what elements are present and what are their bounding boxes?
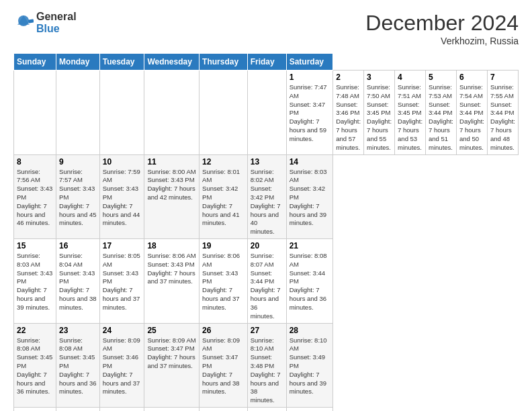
logo-blue: Blue — [36, 23, 77, 35]
day-number: 24 — [103, 326, 142, 335]
day-info: Sunrise: 8:03 AMSunset: 3:43 PMDaylight:… — [17, 252, 53, 312]
calendar-cell: 22Sunrise: 8:08 AMSunset: 3:45 PMDayligh… — [14, 323, 56, 408]
day-number: 27 — [251, 326, 283, 335]
calendar-body: 1Sunrise: 7:47 AMSunset: 3:47 PMDaylight… — [14, 71, 519, 412]
calendar-cell: 16Sunrise: 8:04 AMSunset: 3:43 PMDayligh… — [56, 239, 100, 324]
day-number: 3 — [367, 73, 392, 82]
calendar-cell — [200, 408, 248, 412]
day-number: 12 — [202, 157, 245, 167]
day-number: 15 — [17, 241, 53, 250]
day-info: Sunrise: 7:53 AMSunset: 3:44 PMDaylight:… — [429, 83, 453, 152]
calendar-cell — [99, 71, 144, 155]
day-info: Sunrise: 8:10 AMSunset: 3:48 PMDaylight:… — [251, 336, 283, 406]
calendar-cell: 8Sunrise: 7:56 AMSunset: 3:43 PMDaylight… — [14, 154, 56, 239]
day-info: Sunrise: 7:50 AMSunset: 3:45 PMDaylight:… — [367, 83, 392, 152]
calendar-cell: 26Sunrise: 8:09 AMSunset: 3:47 PMDayligh… — [200, 323, 248, 408]
logo: General Blue — [13, 11, 77, 34]
day-of-week-header: Tuesday — [99, 54, 144, 71]
day-number: 1 — [290, 73, 330, 82]
day-number: 16 — [59, 241, 97, 250]
calendar-cell: 13Sunrise: 8:02 AMSunset: 3:42 PMDayligh… — [247, 154, 286, 239]
calendar-cell: 28Sunrise: 8:10 AMSunset: 3:49 PMDayligh… — [286, 323, 333, 408]
month-title: December 2024 — [365, 11, 519, 36]
calendar-cell: 12Sunrise: 8:01 AMSunset: 3:42 PMDayligh… — [200, 154, 248, 239]
logo-general: General — [36, 11, 77, 23]
calendar-table: SundayMondayTuesdayWednesdayThursdayFrid… — [13, 53, 519, 411]
calendar-week-row: 22Sunrise: 8:08 AMSunset: 3:45 PMDayligh… — [14, 323, 519, 408]
day-number: 18 — [147, 241, 196, 250]
day-number: 9 — [59, 157, 97, 167]
day-info: Sunrise: 8:09 AMSunset: 3:46 PMDaylight:… — [103, 336, 142, 397]
day-info: Sunrise: 7:59 AMSunset: 3:43 PMDaylight:… — [103, 168, 142, 228]
calendar-cell: 25Sunrise: 8:09 AMSunset: 3:47 PMDayligh… — [144, 323, 200, 408]
day-info: Sunrise: 7:47 AMSunset: 3:47 PMDaylight:… — [290, 83, 330, 144]
calendar-cell: 24Sunrise: 8:09 AMSunset: 3:46 PMDayligh… — [99, 323, 144, 408]
day-number: 6 — [459, 73, 484, 82]
day-info: Sunrise: 8:09 AMSunset: 3:47 PMDaylight:… — [202, 336, 245, 397]
day-number: 26 — [202, 326, 245, 335]
day-number: 7 — [490, 73, 515, 82]
day-number: 2 — [336, 73, 361, 82]
calendar-cell: 3Sunrise: 7:50 AMSunset: 3:45 PMDaylight… — [364, 71, 395, 155]
calendar-cell: 17Sunrise: 8:05 AMSunset: 3:43 PMDayligh… — [99, 239, 144, 324]
calendar-cell: 6Sunrise: 7:54 AMSunset: 3:44 PMDaylight… — [457, 71, 488, 155]
day-info: Sunrise: 8:10 AMSunset: 3:49 PMDaylight:… — [290, 336, 330, 397]
day-number: 19 — [202, 241, 245, 250]
calendar-cell: 11Sunrise: 8:00 AMSunset: 3:43 PMDayligh… — [144, 154, 200, 239]
calendar-week-row: 8Sunrise: 7:56 AMSunset: 3:43 PMDaylight… — [14, 154, 519, 239]
day-info: Sunrise: 8:06 AMSunset: 3:43 PMDaylight:… — [147, 252, 196, 286]
day-of-week-header: Wednesday — [144, 54, 200, 71]
day-info: Sunrise: 7:55 AMSunset: 3:44 PMDaylight:… — [490, 83, 515, 152]
calendar-week-row: 1Sunrise: 7:47 AMSunset: 3:47 PMDaylight… — [14, 71, 519, 155]
calendar-cell — [200, 71, 248, 155]
day-of-week-header: Sunday — [14, 54, 56, 71]
day-info: Sunrise: 8:09 AMSunset: 3:47 PMDaylight:… — [147, 336, 196, 371]
day-number: 5 — [429, 73, 453, 82]
calendar-cell: 14Sunrise: 8:03 AMSunset: 3:42 PMDayligh… — [286, 154, 333, 239]
day-number: 22 — [17, 326, 53, 335]
day-number: 28 — [290, 326, 330, 335]
location: Verkhozim, Russia — [365, 36, 519, 46]
day-of-week-header: Thursday — [200, 54, 248, 71]
svg-rect-2 — [28, 19, 34, 23]
day-number: 25 — [147, 326, 196, 335]
day-info: Sunrise: 7:54 AMSunset: 3:44 PMDaylight:… — [459, 83, 484, 152]
calendar-header-row: SundayMondayTuesdayWednesdayThursdayFrid… — [14, 54, 519, 71]
day-number: 17 — [103, 241, 142, 250]
day-info: Sunrise: 7:56 AMSunset: 3:43 PMDaylight:… — [17, 168, 53, 228]
calendar-cell: 23Sunrise: 8:08 AMSunset: 3:45 PMDayligh… — [56, 323, 100, 408]
logo-icon — [13, 13, 34, 33]
day-info: Sunrise: 8:03 AMSunset: 3:42 PMDaylight:… — [290, 168, 330, 228]
calendar-cell: 7Sunrise: 7:55 AMSunset: 3:44 PMDaylight… — [487, 71, 518, 155]
day-info: Sunrise: 8:01 AMSunset: 3:42 PMDaylight:… — [202, 168, 245, 228]
day-number: 4 — [398, 73, 423, 82]
day-info: Sunrise: 7:57 AMSunset: 3:43 PMDaylight:… — [59, 168, 97, 228]
day-info: Sunrise: 8:06 AMSunset: 3:43 PMDaylight:… — [202, 252, 245, 312]
day-number: 14 — [290, 157, 330, 167]
calendar-cell — [56, 71, 100, 155]
day-number: 13 — [251, 157, 283, 167]
calendar-cell: 27Sunrise: 8:10 AMSunset: 3:48 PMDayligh… — [247, 323, 286, 408]
day-info: Sunrise: 8:07 AMSunset: 3:44 PMDaylight:… — [251, 252, 283, 321]
calendar-cell: 31Sunrise: 8:10 AMSunset: 3:52 PMDayligh… — [99, 408, 144, 412]
calendar-week-row: 15Sunrise: 8:03 AMSunset: 3:43 PMDayligh… — [14, 239, 519, 324]
calendar-cell — [144, 71, 200, 155]
day-of-week-header: Monday — [56, 54, 100, 71]
day-number: 20 — [251, 241, 283, 250]
calendar-cell: 10Sunrise: 7:59 AMSunset: 3:43 PMDayligh… — [99, 154, 144, 239]
calendar-cell: 5Sunrise: 7:53 AMSunset: 3:44 PMDaylight… — [426, 71, 457, 155]
day-of-week-header: Friday — [247, 54, 286, 71]
day-number: 8 — [17, 157, 53, 167]
calendar-cell: 18Sunrise: 8:06 AMSunset: 3:43 PMDayligh… — [144, 239, 200, 324]
calendar-cell: 29Sunrise: 8:10 AMSunset: 3:50 PMDayligh… — [14, 408, 56, 412]
day-info: Sunrise: 8:04 AMSunset: 3:43 PMDaylight:… — [59, 252, 97, 312]
calendar-cell — [247, 408, 286, 412]
day-info: Sunrise: 8:08 AMSunset: 3:45 PMDaylight:… — [59, 336, 97, 397]
day-number: 21 — [290, 241, 330, 250]
calendar-cell: 4Sunrise: 7:51 AMSunset: 3:45 PMDaylight… — [395, 71, 426, 155]
day-info: Sunrise: 8:08 AMSunset: 3:44 PMDaylight:… — [290, 252, 330, 312]
calendar-cell: 19Sunrise: 8:06 AMSunset: 3:43 PMDayligh… — [200, 239, 248, 324]
title-block: December 2024 Verkhozim, Russia — [365, 11, 519, 46]
calendar-page: General Blue December 2024 Verkhozim, Ru… — [0, 0, 532, 411]
day-info: Sunrise: 7:48 AMSunset: 3:46 PMDaylight:… — [336, 83, 361, 152]
